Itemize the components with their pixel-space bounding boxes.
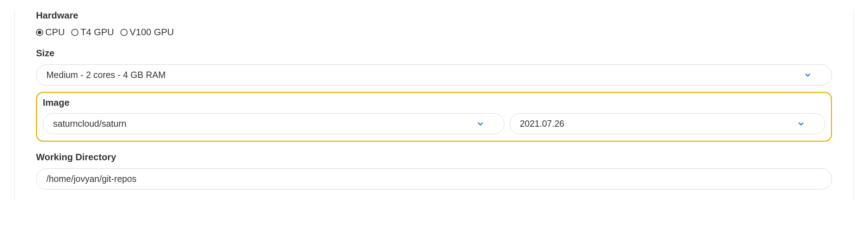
image-row: saturncloud/saturn 2021.07.26: [43, 113, 825, 134]
working-directory-label: Working Directory: [36, 152, 832, 163]
radio-label: V100 GPU: [130, 27, 174, 38]
chevron-down-icon: [476, 120, 484, 128]
radio-icon: [36, 29, 43, 36]
hardware-option-cpu[interactable]: CPU: [36, 27, 65, 38]
image-name-value: saturncloud/saturn: [53, 119, 476, 129]
image-label: Image: [43, 97, 825, 108]
size-select[interactable]: Medium - 2 cores - 4 GB RAM: [36, 64, 832, 85]
form-container: Hardware CPU T4 GPU V100 GPU Size Medium…: [14, 10, 854, 200]
image-version-value: 2021.07.26: [520, 119, 797, 129]
chevron-down-icon: [797, 120, 805, 128]
size-select-value: Medium - 2 cores - 4 GB RAM: [46, 70, 804, 80]
radio-icon: [71, 29, 78, 36]
image-name-select[interactable]: saturncloud/saturn: [43, 113, 505, 134]
hardware-radio-group: CPU T4 GPU V100 GPU: [36, 27, 832, 38]
radio-label: CPU: [45, 27, 65, 38]
hardware-label: Hardware: [36, 10, 832, 21]
hardware-option-v100-gpu[interactable]: V100 GPU: [120, 27, 174, 38]
radio-icon: [120, 29, 128, 36]
working-directory-input[interactable]: [36, 168, 832, 189]
radio-label: T4 GPU: [81, 27, 114, 38]
size-label: Size: [36, 48, 832, 59]
hardware-option-t4-gpu[interactable]: T4 GPU: [71, 27, 114, 38]
image-highlight-box: Image saturncloud/saturn 2021.07.26: [36, 92, 832, 142]
chevron-down-icon: [804, 71, 812, 79]
image-version-select[interactable]: 2021.07.26: [510, 113, 825, 134]
